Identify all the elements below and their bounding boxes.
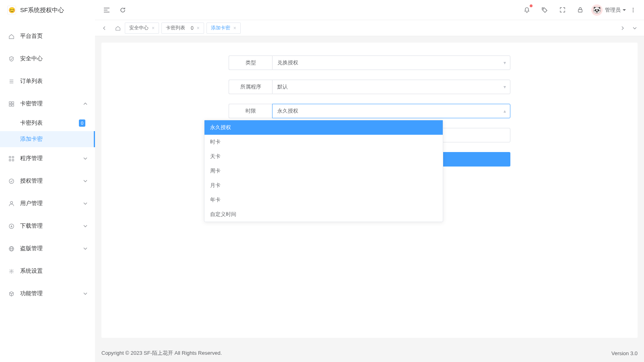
- footer-version: Version 3.0: [611, 350, 638, 356]
- field-duration-label: 时限: [229, 104, 272, 118]
- svg-point-12: [10, 201, 12, 204]
- gear-icon: [8, 268, 14, 274]
- user-menu[interactable]: 管理员: [605, 6, 626, 14]
- tab-0[interactable]: 安全中心×: [125, 23, 159, 34]
- svg-point-11: [9, 179, 13, 183]
- tab-label: 安全中心: [129, 25, 149, 31]
- brand-title: SF系统授权中心: [20, 6, 64, 14]
- tab-home[interactable]: [111, 23, 125, 34]
- tab-scroll-left[interactable]: [97, 23, 111, 34]
- sidebar-subitem-label: 卡密列表: [20, 119, 79, 127]
- sidebar-item-label: 安全中心: [20, 55, 88, 62]
- cube-icon: [8, 290, 14, 297]
- brand-logo: 😊: [7, 6, 16, 14]
- brand-row: 😊 SF系统授权中心: [0, 0, 95, 20]
- sidebar-subitem-3-1[interactable]: 添加卡密: [0, 131, 95, 147]
- list-icon: [8, 78, 14, 84]
- sidebar-item-0[interactable]: 平台首页: [0, 25, 95, 47]
- notification-button[interactable]: [520, 3, 534, 17]
- sidebar-item-3[interactable]: 卡密管理: [0, 93, 95, 115]
- tag-button[interactable]: [537, 3, 552, 17]
- svg-rect-22: [578, 10, 582, 12]
- badge: 0: [79, 119, 85, 127]
- field-duration-select[interactable]: 永久授权 ▴: [272, 104, 510, 118]
- dropdown-option-4[interactable]: 月卡: [204, 178, 443, 193]
- user-name-label: 管理员: [605, 6, 621, 14]
- sidebar: 😊 SF系统授权中心 平台首页安全中心订单列表卡密管理卡密列表0添加卡密程序管理…: [0, 0, 95, 362]
- svg-point-24: [633, 9, 634, 10]
- close-icon[interactable]: ×: [197, 25, 200, 31]
- dropdown-option-5[interactable]: 年卡: [204, 193, 443, 207]
- more-button[interactable]: [628, 7, 638, 13]
- grid-icon: [8, 101, 14, 107]
- svg-rect-6: [12, 104, 14, 106]
- avatar[interactable]: 🐼: [591, 4, 603, 16]
- close-icon[interactable]: ×: [152, 25, 155, 31]
- tab-1[interactable]: 卡密列表0×: [161, 23, 204, 34]
- svg-rect-3: [9, 101, 11, 103]
- sidebar-item-label: 授权管理: [20, 177, 83, 185]
- svg-rect-4: [12, 101, 14, 103]
- chevron-down-icon: [83, 179, 88, 183]
- dropdown-option-6[interactable]: 自定义时间: [204, 207, 443, 222]
- dropdown-option-2[interactable]: 天卡: [204, 149, 443, 164]
- tab-scroll-right[interactable]: [617, 22, 629, 34]
- caret-down-icon: ▾: [504, 84, 506, 90]
- sidebar-item-7[interactable]: 下载管理: [0, 215, 95, 237]
- caret-down-icon: ▾: [504, 60, 506, 66]
- field-program-label: 所属程序: [229, 80, 272, 94]
- sidebar-subitem-label: 添加卡密: [20, 136, 95, 143]
- field-duration-value: 永久授权: [277, 107, 298, 115]
- svg-point-23: [633, 8, 634, 8]
- sidebar-item-4[interactable]: 程序管理: [0, 147, 95, 170]
- sidebar-item-label: 程序管理: [20, 155, 83, 162]
- sidebar-item-1[interactable]: 安全中心: [0, 47, 95, 70]
- svg-point-25: [633, 11, 634, 12]
- sidebar-item-label: 系统设置: [20, 267, 88, 275]
- chevron-down-icon: [83, 246, 88, 251]
- sidebar-item-label: 盗版管理: [20, 245, 83, 252]
- duration-dropdown: 永久授权时卡天卡周卡月卡年卡自定义时间: [204, 120, 443, 222]
- footer: Copyright © 2023 SF-陌上花开 All Rights Rese…: [95, 344, 644, 362]
- chevron-down-icon: [83, 201, 88, 206]
- sidebar-item-label: 用户管理: [20, 200, 83, 207]
- tab-label: 卡密列表: [166, 25, 185, 31]
- dropdown-option-3[interactable]: 周卡: [204, 164, 443, 178]
- form-panel: 类型 兑换授权 ▾ 所属程序 默认 ▾ 时限 永久授权 ▴: [101, 43, 638, 338]
- refresh-button[interactable]: [117, 4, 129, 16]
- chevron-down-icon: [83, 224, 88, 228]
- field-type-label: 类型: [229, 56, 272, 70]
- svg-rect-5: [9, 104, 11, 106]
- sidebar-item-6[interactable]: 用户管理: [0, 192, 95, 215]
- dropdown-option-1[interactable]: 时卡: [204, 135, 443, 149]
- fullscreen-button[interactable]: [555, 3, 570, 17]
- tab-bar: 安全中心×卡密列表0×添加卡密×: [95, 20, 644, 36]
- sidebar-item-label: 平台首页: [20, 33, 88, 40]
- close-icon[interactable]: ×: [233, 25, 236, 31]
- field-program-select[interactable]: 默认 ▾: [272, 80, 510, 94]
- tab-dropdown[interactable]: [629, 22, 641, 34]
- svg-rect-10: [12, 159, 14, 161]
- tab-label: 添加卡密: [211, 25, 230, 31]
- sidebar-item-10[interactable]: 功能管理: [0, 282, 95, 305]
- caret-up-icon: ▴: [504, 108, 506, 114]
- tab-2[interactable]: 添加卡密×: [206, 23, 241, 34]
- sidebar-item-label: 订单列表: [20, 78, 88, 85]
- sidebar-item-5[interactable]: 授权管理: [0, 170, 95, 192]
- tab-count: 0: [191, 25, 194, 31]
- sidebar-subitem-3-0[interactable]: 卡密列表0: [0, 115, 95, 131]
- caret-down-icon: [622, 8, 626, 12]
- chevron-down-icon: [83, 156, 88, 161]
- sidebar-item-8[interactable]: 盗版管理: [0, 237, 95, 260]
- dropdown-option-0[interactable]: 永久授权: [204, 120, 443, 135]
- svg-point-17: [10, 270, 12, 272]
- field-type-select[interactable]: 兑换授权 ▾: [272, 56, 510, 70]
- chevron-down-icon: [83, 291, 88, 296]
- user-icon: [8, 200, 14, 207]
- footer-copyright: Copyright © 2023 SF-陌上花开 All Rights Rese…: [101, 350, 222, 357]
- svg-point-21: [543, 8, 544, 9]
- sidebar-item-2[interactable]: 订单列表: [0, 70, 95, 93]
- sidebar-item-9[interactable]: 系统设置: [0, 260, 95, 282]
- lock-button[interactable]: [573, 3, 587, 17]
- collapse-sidebar-button[interactable]: [101, 4, 113, 16]
